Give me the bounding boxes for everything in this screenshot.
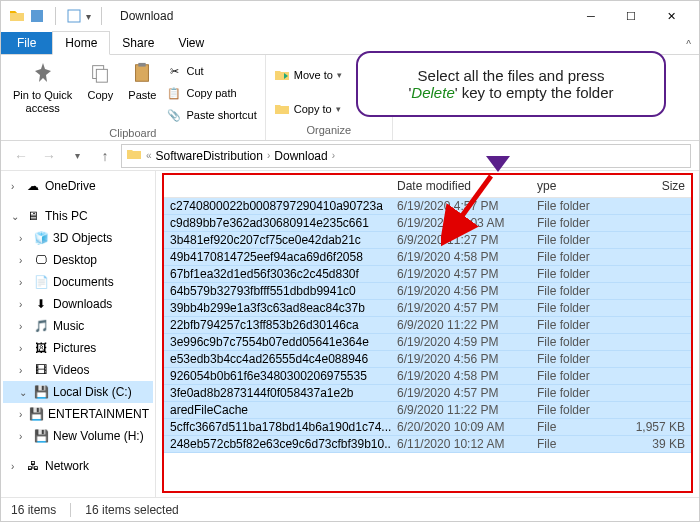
nav-new-volume[interactable]: ›💾New Volume (H:)	[3, 425, 153, 447]
table-row[interactable]: 64b579b32793fbfff551dbdb9941c06/19/2020 …	[164, 283, 691, 300]
qat-save-icon[interactable]	[29, 8, 45, 24]
address-bar: ← → ▾ ↑ « SoftwareDistribution › Downloa…	[1, 141, 699, 171]
cell-size	[621, 283, 691, 299]
cell-type: File folder	[531, 249, 621, 265]
disk-icon: 💾	[33, 428, 49, 444]
table-row[interactable]: 3fe0ad8b2873144f0f058437a1e2b6/19/2020 4…	[164, 385, 691, 402]
tab-view[interactable]: View	[166, 32, 216, 54]
copy-path-button[interactable]: 📋Copy path	[166, 83, 256, 103]
cell-type: File folder	[531, 283, 621, 299]
table-row[interactable]: 49b4170814725eef94aca69d6f20586/19/2020 …	[164, 249, 691, 266]
crumb-download[interactable]: Download	[274, 149, 327, 163]
copy-button[interactable]: Copy	[82, 57, 118, 104]
nav-videos[interactable]: ›🎞Videos	[3, 359, 153, 381]
cell-type: File folder	[531, 334, 621, 350]
disk-icon: 💾	[29, 406, 44, 422]
col-name[interactable]	[164, 175, 391, 197]
copy-icon	[86, 59, 114, 87]
paste-shortcut-button[interactable]: 📎Paste shortcut	[166, 105, 256, 125]
ribbon-expand-icon[interactable]: ^	[678, 35, 699, 54]
cell-size	[621, 334, 691, 350]
cut-button[interactable]: ✂Cut	[166, 61, 256, 81]
nav-downloads[interactable]: ›⬇Downloads	[3, 293, 153, 315]
pin-quick-access-button[interactable]: Pin to Quick access	[9, 57, 76, 117]
nav-desktop[interactable]: ›🖵Desktop	[3, 249, 153, 271]
col-type[interactable]: ype	[531, 175, 621, 197]
cell-type: File folder	[531, 198, 621, 214]
nav-pictures[interactable]: ›🖼Pictures	[3, 337, 153, 359]
table-row[interactable]: 22bfb794257c13ff853b26d30146ca6/9/2020 1…	[164, 317, 691, 334]
cell-name: 49b4170814725eef94aca69d6f2058	[164, 249, 391, 265]
table-row[interactable]: 67bf1ea32d1ed56f3036c2c45d830f6/19/2020 …	[164, 266, 691, 283]
pin-icon	[29, 59, 57, 87]
cell-date: 6/11/2020 10:12 AM	[391, 436, 531, 452]
nav-network[interactable]: ›🖧Network	[3, 455, 153, 477]
cell-name: e53edb3b4cc4ad26555d4c4e088946	[164, 351, 391, 367]
cell-name: 926054b0b61f6e3480300206975535	[164, 368, 391, 384]
nav-entertainment[interactable]: ›💾ENTERTAINMENT	[3, 403, 153, 425]
cell-date: 6/19/2020 4:59 PM	[391, 334, 531, 350]
downloads-icon: ⬇	[33, 296, 49, 312]
table-row[interactable]: c9d89bb7e362ad30680914e235c6616/19/2020 …	[164, 215, 691, 232]
cell-date: 6/19/2020 4:56 PM	[391, 351, 531, 367]
maximize-button[interactable]: ☐	[611, 2, 651, 30]
table-row[interactable]: aredFileCache6/9/2020 11:22 PMFile folde…	[164, 402, 691, 419]
copy-to-icon	[274, 101, 290, 117]
tab-share[interactable]: Share	[110, 32, 166, 54]
minimize-button[interactable]: ─	[571, 2, 611, 30]
table-row[interactable]: 3b481ef920c207cf75ce0e42dab21c6/9/2020 1…	[164, 232, 691, 249]
crumb-softwaredistribution[interactable]: SoftwareDistribution	[156, 149, 263, 163]
table-row[interactable]: 5cffc3667d511ba178bd14b6a190d1c74...6/20…	[164, 419, 691, 436]
window-title: Download	[120, 9, 173, 23]
recent-dropdown-icon[interactable]: ▾	[65, 144, 89, 168]
col-size[interactable]: Size	[621, 175, 691, 197]
chevron-right-icon[interactable]: ›	[332, 150, 335, 161]
cell-date: 6/9/2020 11:22 PM	[391, 317, 531, 333]
qat-dropdown-icon[interactable]: ▾	[86, 11, 91, 22]
table-row[interactable]: 248eb572cb5f82e63ce9c6d73cfbf39b10...6/1…	[164, 436, 691, 453]
copy-to-button[interactable]: Copy to▾	[274, 99, 342, 119]
table-row[interactable]: e53edb3b4cc4ad26555d4c4e0889466/19/2020 …	[164, 351, 691, 368]
back-button[interactable]: ←	[9, 144, 33, 168]
up-button[interactable]: ↑	[93, 144, 117, 168]
cell-name: 64b579b32793fbfff551dbdb9941c0	[164, 283, 391, 299]
nav-local-disk-c[interactable]: ⌄💾Local Disk (C:)	[3, 381, 153, 403]
cell-size	[621, 198, 691, 214]
paste-button[interactable]: Paste	[124, 57, 160, 104]
move-to-button[interactable]: Move to▾	[274, 65, 342, 85]
paste-shortcut-icon: 📎	[166, 107, 182, 123]
svg-rect-0	[31, 10, 43, 22]
svg-line-6	[451, 176, 491, 231]
cell-type: File folder	[531, 402, 621, 418]
cell-date: 6/20/2020 10:09 AM	[391, 419, 531, 435]
tab-file[interactable]: File	[1, 32, 52, 54]
pc-icon: 🖥	[25, 208, 41, 224]
status-bar: 16 items 16 items selected	[1, 497, 699, 521]
qat-properties-icon[interactable]	[66, 8, 82, 24]
cell-size: 1,957 KB	[621, 419, 691, 435]
table-row[interactable]: 926054b0b61f6e34803002069755356/19/2020 …	[164, 368, 691, 385]
svg-rect-5	[139, 63, 146, 67]
cell-size	[621, 300, 691, 316]
cell-date: 6/19/2020 4:57 PM	[391, 300, 531, 316]
table-row[interactable]: 39bb4b299e1a3f3c63ad8eac84c37b6/19/2020 …	[164, 300, 691, 317]
forward-button[interactable]: →	[37, 144, 61, 168]
cell-name: c2740800022b0008797290410a90723a	[164, 198, 391, 214]
nav-onedrive[interactable]: ›☁OneDrive	[3, 175, 153, 197]
tab-home[interactable]: Home	[52, 31, 110, 55]
table-row[interactable]: 3e996c9b7c7554b07edd05641e364e6/19/2020 …	[164, 334, 691, 351]
nav-this-pc[interactable]: ⌄🖥This PC	[3, 205, 153, 227]
close-button[interactable]: ✕	[651, 2, 691, 30]
nav-music[interactable]: ›🎵Music	[3, 315, 153, 337]
scissors-icon: ✂	[166, 63, 182, 79]
chevron-right-icon[interactable]: ›	[267, 150, 270, 161]
table-row[interactable]: c2740800022b0008797290410a90723a6/19/202…	[164, 198, 691, 215]
nav-documents[interactable]: ›📄Documents	[3, 271, 153, 293]
breadcrumb[interactable]: « SoftwareDistribution › Download ›	[121, 144, 691, 168]
chevron-icon[interactable]: «	[146, 150, 152, 161]
cell-name: 3e996c9b7c7554b07edd05641e364e	[164, 334, 391, 350]
cell-size	[621, 351, 691, 367]
nav-3d-objects[interactable]: ›🧊3D Objects	[3, 227, 153, 249]
item-count: 16 items	[11, 503, 56, 517]
cell-type: File folder	[531, 232, 621, 248]
